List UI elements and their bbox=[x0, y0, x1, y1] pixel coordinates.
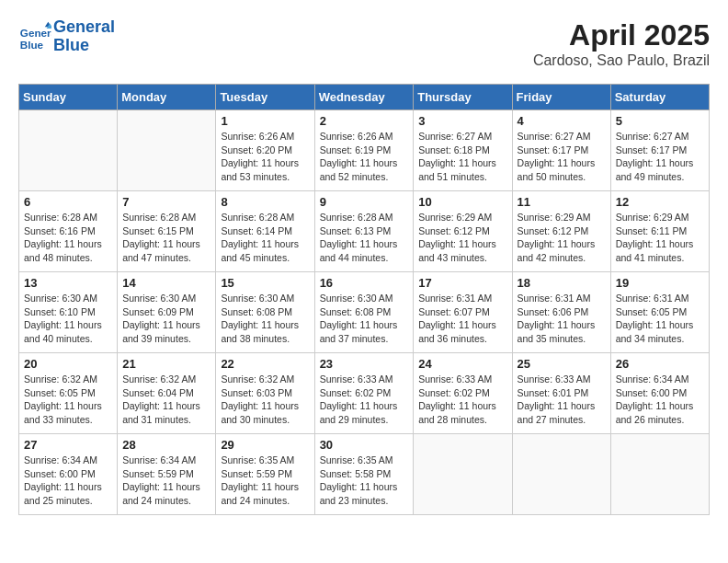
day-number: 13 bbox=[24, 276, 112, 290]
day-number: 16 bbox=[320, 276, 409, 290]
logo-text: General Blue bbox=[53, 18, 115, 55]
day-number: 14 bbox=[122, 276, 210, 290]
calendar-cell: 24Sunrise: 6:33 AM Sunset: 6:02 PM Dayli… bbox=[414, 353, 512, 434]
logo: General Blue General Blue bbox=[18, 18, 115, 55]
calendar-cell: 6Sunrise: 6:28 AM Sunset: 6:16 PM Daylig… bbox=[19, 191, 118, 272]
calendar-cell: 27Sunrise: 6:34 AM Sunset: 6:00 PM Dayli… bbox=[19, 434, 118, 515]
title-block: April 2025 Cardoso, Sao Paulo, Brazil bbox=[533, 18, 710, 69]
day-detail: Sunrise: 6:27 AM Sunset: 6:17 PM Dayligh… bbox=[616, 130, 704, 184]
day-number: 11 bbox=[518, 195, 606, 209]
day-detail: Sunrise: 6:30 AM Sunset: 6:09 PM Dayligh… bbox=[122, 292, 210, 346]
day-detail: Sunrise: 6:31 AM Sunset: 6:07 PM Dayligh… bbox=[418, 292, 506, 346]
day-detail: Sunrise: 6:32 AM Sunset: 6:03 PM Dayligh… bbox=[221, 373, 309, 427]
weekday-header: Saturday bbox=[610, 85, 709, 110]
calendar: SundayMondayTuesdayWednesdayThursdayFrid… bbox=[18, 84, 710, 515]
calendar-cell: 22Sunrise: 6:32 AM Sunset: 6:03 PM Dayli… bbox=[216, 353, 314, 434]
day-detail: Sunrise: 6:33 AM Sunset: 6:02 PM Dayligh… bbox=[418, 373, 506, 427]
day-number: 24 bbox=[418, 357, 506, 371]
calendar-cell: 9Sunrise: 6:28 AM Sunset: 6:13 PM Daylig… bbox=[314, 191, 414, 272]
calendar-cell: 29Sunrise: 6:35 AM Sunset: 5:59 PM Dayli… bbox=[216, 434, 314, 515]
weekday-header: Sunday bbox=[19, 85, 118, 110]
calendar-cell: 1Sunrise: 6:26 AM Sunset: 6:20 PM Daylig… bbox=[216, 110, 314, 191]
weekday-header: Friday bbox=[512, 85, 610, 110]
day-detail: Sunrise: 6:28 AM Sunset: 6:14 PM Dayligh… bbox=[221, 211, 309, 265]
day-number: 23 bbox=[320, 357, 409, 371]
calendar-cell: 18Sunrise: 6:31 AM Sunset: 6:06 PM Dayli… bbox=[512, 272, 610, 353]
day-detail: Sunrise: 6:35 AM Sunset: 5:58 PM Dayligh… bbox=[320, 454, 409, 508]
day-detail: Sunrise: 6:27 AM Sunset: 6:18 PM Dayligh… bbox=[418, 130, 506, 184]
calendar-cell bbox=[118, 110, 216, 191]
day-number: 9 bbox=[320, 195, 409, 209]
calendar-week-row: 1Sunrise: 6:26 AM Sunset: 6:20 PM Daylig… bbox=[19, 110, 710, 191]
calendar-cell: 7Sunrise: 6:28 AM Sunset: 6:15 PM Daylig… bbox=[118, 191, 216, 272]
calendar-cell bbox=[512, 434, 610, 515]
day-number: 7 bbox=[122, 195, 210, 209]
day-detail: Sunrise: 6:28 AM Sunset: 6:15 PM Dayligh… bbox=[122, 211, 210, 265]
calendar-cell: 3Sunrise: 6:27 AM Sunset: 6:18 PM Daylig… bbox=[414, 110, 512, 191]
calendar-week-row: 13Sunrise: 6:30 AM Sunset: 6:10 PM Dayli… bbox=[19, 272, 710, 353]
day-number: 30 bbox=[320, 438, 409, 452]
day-detail: Sunrise: 6:29 AM Sunset: 6:12 PM Dayligh… bbox=[518, 211, 606, 265]
weekday-header: Wednesday bbox=[314, 85, 414, 110]
calendar-cell: 4Sunrise: 6:27 AM Sunset: 6:17 PM Daylig… bbox=[512, 110, 610, 191]
month-title: April 2025 bbox=[533, 18, 710, 52]
logo-icon: General Blue bbox=[18, 20, 51, 53]
calendar-cell: 8Sunrise: 6:28 AM Sunset: 6:14 PM Daylig… bbox=[216, 191, 314, 272]
day-number: 3 bbox=[418, 114, 506, 128]
day-detail: Sunrise: 6:32 AM Sunset: 6:04 PM Dayligh… bbox=[122, 373, 210, 427]
calendar-cell: 30Sunrise: 6:35 AM Sunset: 5:58 PM Dayli… bbox=[314, 434, 414, 515]
calendar-cell: 12Sunrise: 6:29 AM Sunset: 6:11 PM Dayli… bbox=[610, 191, 709, 272]
weekday-header: Thursday bbox=[414, 85, 512, 110]
day-detail: Sunrise: 6:31 AM Sunset: 6:06 PM Dayligh… bbox=[518, 292, 606, 346]
day-number: 15 bbox=[221, 276, 309, 290]
calendar-cell: 11Sunrise: 6:29 AM Sunset: 6:12 PM Dayli… bbox=[512, 191, 610, 272]
calendar-cell: 15Sunrise: 6:30 AM Sunset: 6:08 PM Dayli… bbox=[216, 272, 314, 353]
svg-text:Blue: Blue bbox=[20, 38, 44, 50]
day-number: 19 bbox=[616, 276, 704, 290]
day-number: 25 bbox=[518, 357, 606, 371]
day-detail: Sunrise: 6:33 AM Sunset: 6:02 PM Dayligh… bbox=[320, 373, 409, 427]
day-detail: Sunrise: 6:32 AM Sunset: 6:05 PM Dayligh… bbox=[24, 373, 112, 427]
day-detail: Sunrise: 6:33 AM Sunset: 6:01 PM Dayligh… bbox=[518, 373, 606, 427]
calendar-cell: 14Sunrise: 6:30 AM Sunset: 6:09 PM Dayli… bbox=[118, 272, 216, 353]
day-detail: Sunrise: 6:31 AM Sunset: 6:05 PM Dayligh… bbox=[616, 292, 704, 346]
calendar-cell: 21Sunrise: 6:32 AM Sunset: 6:04 PM Dayli… bbox=[118, 353, 216, 434]
day-number: 6 bbox=[24, 195, 112, 209]
calendar-cell: 2Sunrise: 6:26 AM Sunset: 6:19 PM Daylig… bbox=[314, 110, 414, 191]
day-number: 2 bbox=[320, 114, 409, 128]
day-detail: Sunrise: 6:29 AM Sunset: 6:11 PM Dayligh… bbox=[616, 211, 704, 265]
calendar-week-row: 6Sunrise: 6:28 AM Sunset: 6:16 PM Daylig… bbox=[19, 191, 710, 272]
day-number: 10 bbox=[418, 195, 506, 209]
day-number: 4 bbox=[518, 114, 606, 128]
day-number: 27 bbox=[24, 438, 112, 452]
calendar-cell: 23Sunrise: 6:33 AM Sunset: 6:02 PM Dayli… bbox=[314, 353, 414, 434]
day-detail: Sunrise: 6:26 AM Sunset: 6:19 PM Dayligh… bbox=[320, 130, 409, 184]
calendar-cell: 28Sunrise: 6:34 AM Sunset: 5:59 PM Dayli… bbox=[118, 434, 216, 515]
calendar-cell: 25Sunrise: 6:33 AM Sunset: 6:01 PM Dayli… bbox=[512, 353, 610, 434]
calendar-cell: 17Sunrise: 6:31 AM Sunset: 6:07 PM Dayli… bbox=[414, 272, 512, 353]
calendar-cell: 20Sunrise: 6:32 AM Sunset: 6:05 PM Dayli… bbox=[19, 353, 118, 434]
day-detail: Sunrise: 6:34 AM Sunset: 5:59 PM Dayligh… bbox=[122, 454, 210, 508]
day-detail: Sunrise: 6:29 AM Sunset: 6:12 PM Dayligh… bbox=[418, 211, 506, 265]
day-number: 29 bbox=[221, 438, 309, 452]
day-detail: Sunrise: 6:28 AM Sunset: 6:13 PM Dayligh… bbox=[320, 211, 409, 265]
calendar-cell: 5Sunrise: 6:27 AM Sunset: 6:17 PM Daylig… bbox=[610, 110, 709, 191]
calendar-cell bbox=[610, 434, 709, 515]
weekday-header-row: SundayMondayTuesdayWednesdayThursdayFrid… bbox=[19, 85, 710, 110]
day-detail: Sunrise: 6:26 AM Sunset: 6:20 PM Dayligh… bbox=[221, 130, 309, 184]
calendar-cell: 10Sunrise: 6:29 AM Sunset: 6:12 PM Dayli… bbox=[414, 191, 512, 272]
calendar-week-row: 27Sunrise: 6:34 AM Sunset: 6:00 PM Dayli… bbox=[19, 434, 710, 515]
location: Cardoso, Sao Paulo, Brazil bbox=[533, 52, 710, 69]
day-number: 18 bbox=[518, 276, 606, 290]
day-detail: Sunrise: 6:35 AM Sunset: 5:59 PM Dayligh… bbox=[221, 454, 309, 508]
day-detail: Sunrise: 6:30 AM Sunset: 6:10 PM Dayligh… bbox=[24, 292, 112, 346]
weekday-header: Tuesday bbox=[216, 85, 314, 110]
calendar-week-row: 20Sunrise: 6:32 AM Sunset: 6:05 PM Dayli… bbox=[19, 353, 710, 434]
day-number: 8 bbox=[221, 195, 309, 209]
day-number: 20 bbox=[24, 357, 112, 371]
day-detail: Sunrise: 6:28 AM Sunset: 6:16 PM Dayligh… bbox=[24, 211, 112, 265]
calendar-cell: 26Sunrise: 6:34 AM Sunset: 6:00 PM Dayli… bbox=[610, 353, 709, 434]
day-number: 5 bbox=[616, 114, 704, 128]
day-number: 12 bbox=[616, 195, 704, 209]
calendar-cell bbox=[19, 110, 118, 191]
